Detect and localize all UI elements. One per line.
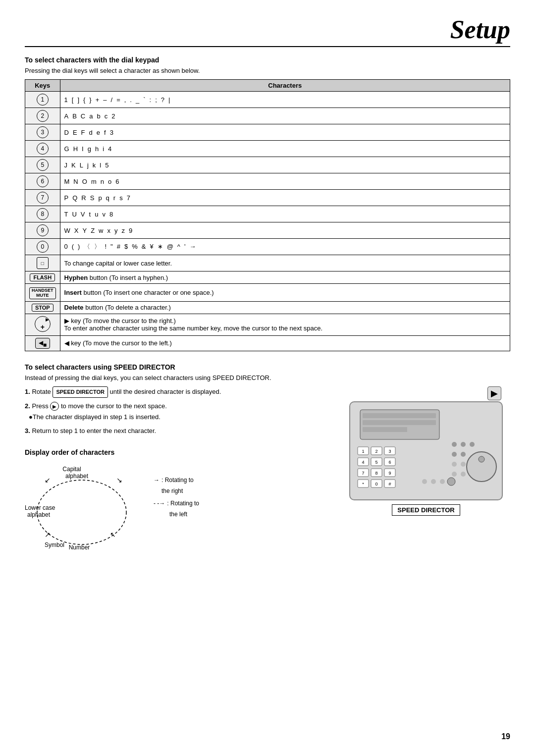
handset-mute-key: HANDSETMUTE: [29, 287, 56, 299]
key-circle-5: 5: [37, 159, 49, 171]
key-circle-7: 7: [37, 192, 49, 204]
device-svg: 1 2 3 4 5 6 7 8 9 *: [349, 401, 503, 500]
page-title: Setup: [25, 15, 510, 47]
dot2: [461, 442, 466, 447]
table-row: □ To change capital or lower case letter…: [25, 255, 510, 271]
btm-dot1: [422, 479, 427, 484]
table-row: STOP Delete button (To delete a characte…: [25, 301, 510, 314]
keypad-9-label: 9: [388, 471, 391, 476]
table-row: 3 DEFdef3: [25, 124, 510, 141]
key-cell-2: 2: [25, 108, 60, 124]
key-cell-arrow-left: ◀◼: [25, 335, 60, 351]
arrow-bottom-left: ↗: [45, 531, 51, 539]
display-order-heading: Display order of characters: [25, 448, 332, 456]
chars-cell-4: GHIghi4: [60, 141, 510, 157]
table-row: 1 1[]{}+–/=,._`:;?|: [25, 92, 510, 108]
screen-line1: [363, 413, 436, 418]
key-square-icon: □: [37, 257, 49, 269]
step-2: 2. Press ▶ to move the cursor to the nex…: [25, 401, 332, 423]
table-row: 6 MNOmno6: [25, 173, 510, 190]
keypad-hash-label: #: [388, 482, 391, 486]
cycle-legend: → : Rotating to the right - -→ : Rotatin…: [154, 475, 199, 520]
btm-dot2: [431, 479, 436, 484]
chars-cell-handset: Insert button (To insert one character o…: [60, 284, 510, 302]
keypad-5-label: 5: [375, 460, 377, 465]
table-row: 5 JKLjkl5: [25, 157, 510, 173]
display-order-section: Display order of characters Capital alph…: [25, 448, 332, 554]
key-cell-arrow-right: ▶ +: [25, 314, 60, 335]
dial-keypad-heading: To select characters with the dial keypa…: [25, 56, 510, 64]
keypad-0-label: 0: [375, 482, 377, 486]
col-header-chars: Characters: [60, 80, 510, 92]
keypad-6-label: 6: [388, 460, 391, 465]
number-label: Number: [69, 544, 90, 551]
key-circle-6: 6: [37, 175, 49, 187]
step-1: 1. Rotate SPEED DIRECTOR until the desir…: [25, 386, 332, 398]
key-cell-1: 1: [25, 92, 60, 108]
speed-director-heading: To select characters using SPEED DIRECTO…: [25, 363, 510, 371]
bottom-layout: 1. Rotate SPEED DIRECTOR until the desir…: [25, 386, 510, 554]
left-bottom-content: 1. Rotate SPEED DIRECTOR until the desir…: [25, 386, 332, 554]
key-cell-8: 8: [25, 206, 60, 222]
key-cell-3: 3: [25, 124, 60, 141]
table-row: FLASH Hyphen button (To insert a hyphen.…: [25, 271, 510, 284]
key-cell-0: 0: [25, 239, 60, 255]
table-row: 9 WXYZwxyz9: [25, 222, 510, 239]
chars-cell-1: 1[]{}+–/=,._`:;?|: [60, 92, 510, 108]
legend-right-sub: the right: [161, 486, 199, 497]
small-dot4: [461, 472, 466, 477]
dial-keypad-section: To select characters with the dial keypa…: [25, 56, 510, 351]
right-arrow-legend: →: [154, 475, 160, 486]
legend-right: → : Rotating to: [154, 475, 199, 486]
cycle-diagram-container: Capital alphabet ↘ ↙ Lower case alphabet…: [25, 460, 332, 554]
key-cell-9: 9: [25, 222, 60, 239]
key-cell-4: 4: [25, 141, 60, 157]
key-cell-5: 5: [25, 157, 60, 173]
symbol-label: Symbol: [45, 541, 64, 548]
screen-line2: [363, 420, 436, 425]
chars-cell-flash: Hyphen button (To insert a hyphen.): [60, 271, 510, 284]
step-1-num: 1.: [25, 388, 30, 395]
arrow-bottom-right: ↖: [110, 531, 116, 539]
key-circle-1: 1: [37, 94, 49, 106]
knob-indicator: [479, 456, 484, 462]
chars-cell-0: 0()〈〉!"#$%&¥∗@^'→: [60, 239, 510, 255]
dot4: [452, 452, 457, 457]
small-dot1: [452, 462, 457, 467]
key-circle-2: 2: [37, 110, 49, 122]
arrow-top-left: ↙: [45, 476, 51, 484]
lower-case-label: Lower case: [25, 504, 55, 511]
legend-left: - -→ : Rotating to: [154, 498, 199, 509]
chars-cell-3: DEFdef3: [60, 124, 510, 141]
chars-cell-8: TUVtuv8: [60, 206, 510, 222]
chars-cell-9: WXYZwxyz9: [60, 222, 510, 239]
lower-case-label2: alphabet: [27, 511, 51, 518]
arrow-right-inline: ▶: [50, 402, 59, 411]
dot1: [452, 442, 457, 447]
keypad-1-label: 1: [362, 449, 364, 454]
hyphen-bold: Hyphen: [64, 274, 88, 281]
key-circle-3: 3: [37, 126, 49, 138]
table-row: ▶ + ▶ key (To move the cursor to the rig…: [25, 314, 510, 335]
dot3: [470, 442, 475, 447]
flash-key: FLASH: [30, 273, 55, 281]
btm-knob: [447, 478, 455, 486]
keypad-3-label: 3: [388, 449, 391, 454]
keypad-star-label: *: [362, 482, 364, 486]
legend-left-sub: the left: [169, 509, 199, 520]
insert-bold: Insert: [64, 289, 82, 296]
chars-cell-stop: Delete button (To delete a character.): [60, 301, 510, 314]
chars-cell-5: JKLjkl5: [60, 157, 510, 173]
table-row: ◀◼ ◀ key (To move the cursor to the left…: [25, 335, 510, 351]
key-cell-stop: STOP: [25, 301, 60, 314]
step-2-bullet: ●The character displayed in step 1 is in…: [29, 413, 160, 421]
speed-director-section: To select characters using SPEED DIRECTO…: [25, 363, 510, 554]
key-circle-9: 9: [37, 224, 49, 236]
small-dot2: [461, 462, 466, 467]
chars-cell-square: To change capital or lower case letter.: [60, 255, 510, 271]
keypad-8-label: 8: [375, 471, 377, 476]
keypad-4-label: 4: [362, 460, 364, 465]
stop-key: STOP: [32, 304, 54, 312]
key-circle-8: 8: [37, 208, 49, 220]
cycle-svg: Capital alphabet ↘ ↙ Lower case alphabet…: [25, 460, 144, 554]
